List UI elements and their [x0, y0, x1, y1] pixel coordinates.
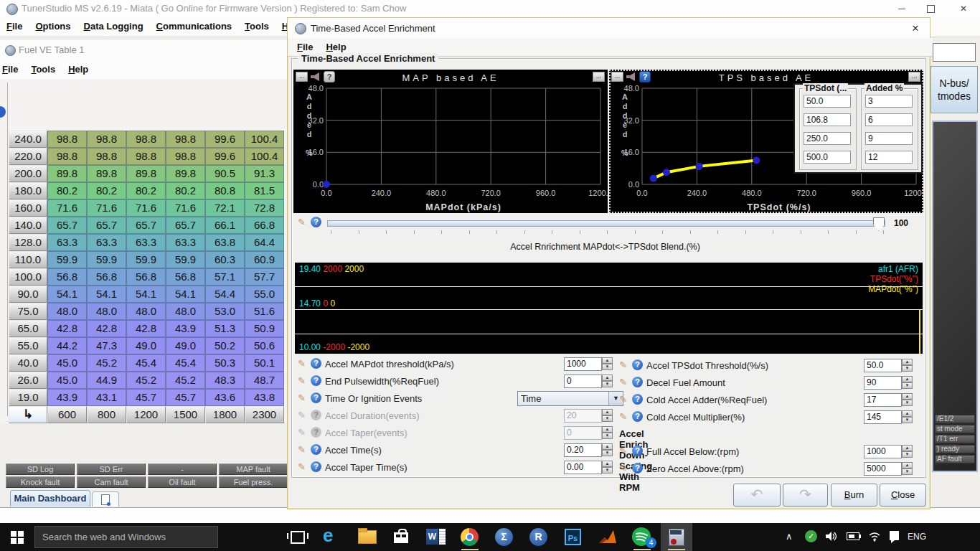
ve-row-header[interactable]: 90.0 [9, 286, 47, 303]
ve-cell[interactable]: 100.4 [245, 148, 284, 165]
sync-app-icon[interactable]: ✓ [805, 530, 817, 542]
ve-cell[interactable]: 43.8 [245, 389, 284, 406]
language-indicator[interactable]: ENG [908, 532, 926, 542]
spinner-buttons[interactable]: ▲▼ [902, 393, 913, 407]
ve-cell[interactable]: 55.0 [245, 286, 284, 303]
ve-cell[interactable]: 50.6 [245, 337, 284, 354]
taskbar-app-task-view[interactable] [282, 523, 314, 551]
spin-down-icon[interactable]: ▼ [902, 468, 913, 475]
menu-tools[interactable]: Tools [238, 17, 275, 32]
spin-down-icon[interactable]: ▼ [602, 415, 613, 422]
dialog-menu-file[interactable]: File [291, 38, 319, 52]
spinner-buttons[interactable]: ▲▼ [602, 357, 613, 371]
ve-cell[interactable]: 48.0 [87, 303, 126, 320]
ve-cell[interactable]: 63.3 [166, 234, 205, 251]
spinner-buttons[interactable]: ▲▼ [902, 462, 913, 476]
help-icon[interactable]: ? [311, 444, 321, 455]
help-icon[interactable]: ? [632, 446, 643, 456]
ve-cell[interactable]: 49.0 [126, 337, 166, 354]
ve-col-header[interactable]: 1200 [126, 406, 166, 423]
taskbar-app-chrome[interactable] [454, 523, 486, 551]
taskbar-app-word[interactable]: W [420, 523, 451, 551]
popup-value-input[interactable]: 6 [865, 113, 913, 126]
help-icon[interactable]: ? [311, 410, 321, 420]
ve-col-header[interactable]: 1500 [166, 406, 205, 423]
spinner-buttons[interactable]: ▲▼ [902, 445, 913, 458]
ve-row-header[interactable]: 200.0 [9, 165, 47, 182]
taskbar-search-input[interactable]: Search the web and Windows [34, 526, 218, 548]
ve-row-header[interactable]: 160.0 [9, 199, 47, 217]
spin-up-icon[interactable]: ▲ [902, 445, 913, 451]
ve-cell[interactable]: 48.0 [47, 303, 87, 320]
dialog-close-icon[interactable]: ✕ [905, 21, 926, 36]
spin-up-icon[interactable]: ▲ [602, 426, 613, 433]
ve-cell[interactable]: 90.5 [205, 165, 245, 182]
ve-col-header[interactable]: 800 [87, 406, 126, 423]
close-button[interactable]: Close [880, 484, 926, 507]
popup-value-input[interactable]: 500.0 [804, 151, 851, 164]
ve-cell[interactable]: 50.1 [245, 354, 284, 372]
ve-cell[interactable]: 98.8 [126, 131, 166, 148]
ve-cell[interactable]: 60.9 [245, 251, 284, 268]
spin-up-icon[interactable]: ▲ [602, 443, 613, 450]
ve-cell[interactable]: 43.6 [205, 389, 245, 406]
notification-center-icon[interactable] [890, 531, 899, 540]
ve-cell[interactable]: 57.1 [205, 268, 245, 286]
ve-cell[interactable]: 80.2 [87, 182, 126, 199]
ve-cell[interactable]: 63.3 [87, 234, 126, 251]
spin-down-icon[interactable]: ▼ [602, 381, 613, 387]
popup-value-input[interactable]: 106.8 [804, 113, 851, 126]
ve-cell[interactable]: 47.3 [87, 337, 126, 354]
ve-cell[interactable]: 57.7 [245, 268, 284, 286]
chart-more-icon[interactable]: ... [593, 72, 605, 82]
ve-cell[interactable]: 89.8 [47, 165, 87, 182]
value-input[interactable]: 20 [564, 409, 602, 423]
ve-cell[interactable]: 51.3 [205, 320, 245, 337]
spinner-buttons[interactable]: ▲▼ [902, 410, 913, 424]
spin-down-icon[interactable]: ▼ [902, 365, 913, 372]
ve-cell[interactable]: 45.0 [47, 354, 87, 372]
ve-cell[interactable]: 72.1 [205, 199, 245, 217]
ve-cell[interactable]: 54.1 [87, 286, 126, 303]
undo-button[interactable]: ↶ [733, 484, 781, 507]
chart-more-icon[interactable]: ... [908, 72, 920, 82]
ve-cell[interactable]: 98.8 [166, 131, 205, 148]
ve-cell[interactable]: 89.8 [126, 165, 166, 182]
ve-cell[interactable]: 48.7 [245, 372, 284, 389]
ve-col-header[interactable]: 1800 [205, 406, 245, 423]
ve-cell[interactable]: 43.9 [166, 320, 205, 337]
spin-down-icon[interactable]: ▼ [602, 433, 613, 439]
ve-cell[interactable]: 63.3 [126, 234, 166, 251]
spin-down-icon[interactable]: ▼ [902, 382, 913, 389]
ve-row-header[interactable]: 100.0 [9, 268, 47, 286]
value-input[interactable]: 50.0 [864, 359, 902, 372]
close-button[interactable]: ✕ [951, 0, 976, 17]
ve-cell[interactable]: 98.8 [47, 131, 87, 148]
spinner-buttons[interactable]: ▲▼ [602, 443, 613, 457]
ve-cell[interactable]: 59.9 [87, 251, 126, 268]
minimize-button[interactable] [890, 0, 914, 17]
ve-cell[interactable]: 54.1 [47, 286, 87, 303]
ve-cell[interactable]: 89.8 [166, 165, 205, 182]
ve-cell[interactable]: 45.7 [126, 389, 166, 406]
ve-cell[interactable]: 45.2 [126, 372, 166, 389]
ve-cell[interactable]: 49.0 [166, 337, 205, 354]
ve-cell[interactable]: 50.9 [245, 320, 284, 337]
menu-data-logging[interactable]: Data Logging [77, 17, 150, 32]
value-input[interactable]: 1000 [564, 357, 602, 371]
taskbar-app-matlab[interactable] [592, 523, 623, 551]
time-or-ignition-select[interactable]: Time▼ [517, 391, 623, 406]
ve-row-header[interactable]: 55.0 [9, 337, 47, 354]
help-icon[interactable]: ? [311, 375, 321, 386]
help-icon[interactable]: ? [311, 392, 321, 403]
value-input[interactable]: 0.20 [564, 443, 602, 457]
ve-cell[interactable]: 64.4 [245, 234, 284, 251]
volume-icon[interactable] [825, 531, 838, 542]
value-input[interactable]: 17 [864, 393, 902, 407]
chart-plot[interactable]: 0.016.032.048.00.0240.0480.0720.0960.012… [293, 84, 608, 213]
help-icon[interactable]: ? [311, 461, 321, 472]
wifi-icon[interactable] [868, 532, 881, 542]
spin-down-icon[interactable]: ▼ [902, 451, 913, 458]
ve-col-header[interactable]: 2300 [245, 406, 284, 423]
ve-cell[interactable]: 98.8 [87, 148, 126, 165]
